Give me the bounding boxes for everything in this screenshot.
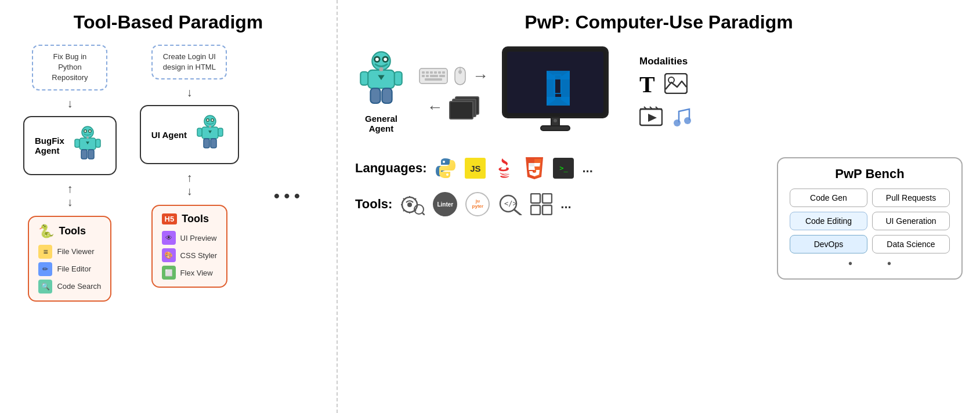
- stacked-screens: [449, 96, 481, 118]
- ui-preview-label: UI Preview: [180, 234, 217, 242]
- tools-more: ...: [560, 197, 571, 212]
- flex-view-label: Flex View: [180, 269, 213, 277]
- svg-point-81: [407, 202, 412, 207]
- modalities-row-1: T: [639, 73, 693, 96]
- music-modality-icon: [672, 106, 693, 129]
- bench-title: PwP Bench: [790, 166, 950, 182]
- arrow-down-1: ↓: [67, 97, 73, 109]
- output-arrow-row: ←: [427, 96, 481, 118]
- pwp-bench-box: PwP Bench Code Gen Pull Requests Code Ed…: [777, 157, 963, 280]
- tools-label: Tools:: [355, 197, 392, 212]
- file-viewer-label: File Viewer: [57, 247, 94, 256]
- tools-label-python: Tools: [59, 225, 86, 237]
- keyboard-icon: [419, 68, 448, 84]
- arrows-hardware-block: → ←: [419, 66, 489, 118]
- bench-item-codegen: Code Gen: [790, 189, 867, 207]
- svg-rect-50: [425, 78, 442, 81]
- svg-rect-46: [422, 75, 425, 77]
- svg-rect-49: [439, 75, 445, 77]
- bench-item-datascience: Data Science: [872, 235, 950, 253]
- svg-rect-20: [197, 128, 202, 136]
- svg-rect-48: [430, 75, 438, 77]
- terminal-lang-icon: >_: [553, 158, 574, 179]
- svg-point-73: [684, 117, 691, 124]
- svg-rect-97: [531, 205, 540, 215]
- agent-label-bugfix: BugFix Agent: [35, 136, 64, 155]
- python-icon: 🐍: [38, 224, 54, 239]
- video-modality-icon: [639, 106, 663, 126]
- bench-dots: • •: [790, 257, 950, 270]
- svg-text:</>: </>: [504, 200, 517, 208]
- left-panel: Tool-Based Paradigm Fix Bug in Python Re…: [0, 0, 337, 413]
- ui-agent-box: UI Agent: [140, 105, 239, 164]
- code-search-label: Code Search: [57, 282, 101, 291]
- monitor-block: : [500, 45, 616, 140]
- flex-view-icon: ⬜: [162, 266, 176, 280]
- svg-line-93: [515, 210, 521, 215]
- tool-item-fileviewer: ≡ File Viewer: [38, 245, 101, 259]
- svg-rect-96: [543, 194, 552, 203]
- svg-rect-62: [541, 126, 570, 131]
- file-editor-label: File Editor: [57, 265, 91, 273]
- svg-rect-98: [543, 205, 552, 215]
- text-modality-icon: T: [639, 73, 655, 96]
- svg-rect-44: [438, 71, 441, 74]
- tools-list-python: ≡ File Viewer ✏ File Editor 🔍 Code Searc…: [38, 245, 101, 294]
- svg-line-89: [403, 210, 404, 211]
- svg-rect-9: [81, 150, 87, 159]
- right-title: PwP: Computer-Use Paradigm: [355, 12, 963, 33]
- bench-item-codeediting: Code Editing: [790, 212, 867, 230]
- bugfix-agent-box: BugFix Agent: [23, 116, 117, 175]
- arrow-updown-2: ↑ ↓: [186, 171, 192, 198]
- tool-item-cssstyler: 🎨 CSS Styler: [162, 248, 218, 262]
- svg-line-91: [422, 213, 425, 215]
- svg-rect-47: [426, 75, 429, 77]
- mouse-icon: [454, 66, 467, 86]
- svg-rect-8: [96, 139, 100, 147]
- bench-item-pullrequests: Pull Requests: [872, 189, 950, 207]
- tools-list-html: 👁 UI Preview 🎨 CSS Styler ⬜ Flex View: [162, 231, 218, 280]
- left-dots: • • •: [274, 91, 300, 302]
- html5-lang-icon: [524, 157, 545, 179]
- svg-rect-23: [211, 139, 216, 148]
- general-agent-block: GeneralAgent: [355, 51, 407, 133]
- jupyter-tool-icon: jupyter: [465, 192, 490, 216]
- svg-point-16: [207, 119, 208, 121]
- tools-row: Tools:: [355, 192, 760, 216]
- svg-rect-45: [442, 71, 445, 74]
- file-viewer-icon: ≡: [38, 245, 52, 259]
- modalities-block: Modalities T: [639, 56, 693, 129]
- css-styler-label: CSS Styler: [180, 251, 218, 260]
- left-title: Tool-Based Paradigm: [17, 12, 319, 33]
- layout-tool-icon: [530, 193, 552, 215]
- tool-item-fileeditor: ✏ File Editor: [38, 262, 101, 276]
- svg-point-75: [446, 173, 449, 176]
- js-lang-icon: JS: [465, 158, 486, 179]
- ui-preview-icon: 👁: [162, 231, 176, 245]
- svg-point-30: [384, 57, 387, 61]
- python-lang-icon: [435, 157, 457, 179]
- robot-icon-general: [355, 51, 407, 109]
- agent-label-ui: UI Agent: [151, 130, 187, 140]
- svg-rect-33: [360, 72, 368, 85]
- languages-more: ...: [582, 161, 592, 176]
- svg-point-4: [89, 130, 91, 132]
- ui-column: Create Login UI design in HTML ↓ UI Agen…: [140, 45, 239, 302]
- svg-rect-43: [434, 71, 437, 74]
- tools-header-html: H5 Tools: [162, 213, 218, 225]
- svg-point-53: [458, 70, 462, 74]
- task-bubble-bugfix: Fix Bug in Python Repository: [32, 45, 107, 90]
- general-agent-label: GeneralAgent: [365, 114, 397, 133]
- linter-tool-icon: Linter: [433, 192, 457, 216]
- languages-tools-section: Languages: JS: [355, 157, 760, 216]
- svg-rect-95: [531, 194, 540, 203]
- tool-item-uipreview: 👁 UI Preview: [162, 231, 218, 245]
- svg-rect-10: [88, 150, 94, 159]
- html5-tools-icon: H5: [162, 213, 178, 224]
- bench-item-devops: DevOps: [790, 235, 867, 253]
- css-styler-icon: 🎨: [162, 248, 176, 262]
- svg-point-63: [554, 119, 557, 122]
- modalities-title: Modalities: [639, 56, 693, 67]
- svg-point-74: [443, 161, 445, 163]
- svg-rect-35: [370, 88, 380, 103]
